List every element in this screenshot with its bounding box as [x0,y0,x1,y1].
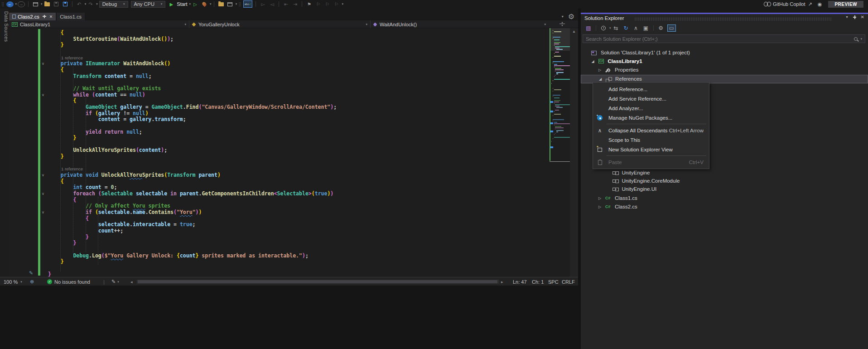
navigate-forward-icon[interactable]: → [18,1,25,7]
scroll-up-arrow[interactable]: ▲ [572,29,576,34]
expander-open-icon[interactable]: ◢ [599,77,602,81]
member-dropdown[interactable]: WaitAndUnlock() ▾ [371,20,549,28]
new-project-caret[interactable]: ▾ [41,2,43,6]
code-line: // Wait until gallery exists [48,86,546,92]
platform-dropdown[interactable]: Any CPU ▾ [131,1,166,8]
tree-item-class2-cs[interactable]: ▷C#Class2.cs [581,203,868,212]
toggle-bookmark-icon[interactable]: ⚑ [305,0,313,8]
clear-bookmarks-icon[interactable]: ⚐ [333,0,340,8]
split-editor-handle[interactable]: ▴▾ [559,21,565,27]
tree-item-properties[interactable]: ▷Properties [581,66,868,75]
spell-checker-toggle-icon[interactable]: abc✓ [243,0,253,8]
menu-item-add-reference[interactable]: Add Reference... [593,84,709,94]
navigate-back-caret[interactable]: ▾ [15,2,17,6]
line-indicator[interactable]: Ln: 47 [513,277,527,286]
tab-class1[interactable]: Class1.cs [57,13,85,20]
increase-indent-icon[interactable]: ⇥ [291,0,299,8]
minimap[interactable] [550,28,570,277]
column-indicator[interactable]: Ch: 1 [532,277,544,286]
minimap-line [553,95,561,96]
code-cleanup-icon[interactable]: ✎▾ [111,277,119,286]
fold-chevron-icon[interactable]: ∨ [42,210,44,214]
zoom-dropdown[interactable]: 100 % ▾ [4,277,22,286]
minimap-line [554,122,557,123]
comment-out-icon[interactable]: ▻ [259,0,266,8]
start-caret[interactable]: ▾ [189,2,191,6]
horizontal-scrollbar-thumb[interactable] [138,280,497,283]
expander-closed-icon[interactable]: ▷ [598,205,601,209]
toolbar-overflow-caret[interactable]: ▾ [342,2,343,6]
redo-caret[interactable]: ▾ [96,2,98,6]
expander-closed-icon[interactable]: ▷ [598,68,601,72]
scroll-left-arrow[interactable]: ◂ [130,277,133,286]
start-debug-icon[interactable]: ▶ [168,0,175,8]
expander-closed-icon[interactable]: ▷ [598,196,601,200]
horizontal-scrollbar[interactable] [137,280,499,284]
configuration-dropdown[interactable]: Debug ▾ [99,1,128,8]
scroll-right-arrow[interactable]: ▸ [501,277,503,286]
save-all-icon[interactable] [62,0,69,8]
share-icon[interactable]: ↗ [808,1,812,7]
start-without-debug-icon[interactable]: ▷ [192,0,199,8]
tree-item-unityengine-ui[interactable]: UnityEngine.UI [581,185,868,194]
menu-item-scope-to-this[interactable]: Scope to This [593,135,709,145]
next-bookmark-icon[interactable]: ⚐ [323,0,331,8]
fold-chevron-icon[interactable]: ∨ [42,173,44,177]
tree-item-unityengine-coremodule[interactable]: UnityEngine.CoreModule [581,177,868,186]
tab-list-caret[interactable]: ▾ [562,15,564,19]
encoding-indicator[interactable]: SPC [548,277,559,286]
data-sources-tab[interactable]: Data Sources [0,10,9,43]
preview-button[interactable]: PREVIEW [828,1,863,8]
fold-chevron-icon[interactable]: ∨ [42,62,44,66]
health-indicator[interactable]: ✓ No issues found [47,277,90,286]
toolbar-grip[interactable]: ⣿ [1,2,4,6]
previous-bookmark-icon[interactable]: ⚐ [314,0,322,8]
close-icon[interactable]: ✕ [49,15,53,19]
save-icon[interactable] [53,0,60,8]
fold-chevron-icon[interactable]: ∨ [42,93,44,97]
solution-window-icon[interactable] [227,0,234,8]
menu-item-new-solution-explorer-view[interactable]: New Solution Explorer View [593,145,709,154]
fold-chevron-icon[interactable]: ∨ [42,192,44,196]
undo-caret[interactable]: ▾ [85,2,87,6]
menu-item-add-service-reference[interactable]: Add Service Reference... [593,94,709,103]
undo-icon[interactable]: ↶ [76,0,83,8]
new-project-icon[interactable] [32,0,39,8]
code-content[interactable]: { StartCoroutine(WaitAndUnlock()); } 1 r… [48,30,546,277]
minimap-viewport[interactable] [550,28,570,51]
tree-item-solution-classlibrary1-1-of-1-project[interactable]: Solution 'ClassLibrary1' (1 of 1 project… [581,49,868,58]
hot-reload-icon[interactable] [201,0,208,8]
globe-icon[interactable]: ⊕ [30,277,34,286]
line-ending-indicator[interactable]: CRLF [562,277,575,286]
editor-options-gear-icon[interactable]: ⚙ [568,12,574,21]
toolbar-grip[interactable]: ⣿ [238,2,241,6]
tree-item-unityengine[interactable]: UnityEngine [581,169,868,178]
tree-item-label: ClassLibrary1 [608,58,642,64]
code-editor[interactable]: ∨∨∨∨∨ { StartCoroutine(WaitAndUnlock());… [9,28,550,277]
tree-item-class1-cs[interactable]: ▷C#Class1.cs [581,194,868,203]
pin-icon[interactable] [43,15,46,19]
navigate-back-icon[interactable]: ← [6,1,14,7]
codelens-label[interactable]: 1 reference [48,55,546,61]
tab-class2[interactable]: Class2.cs ✕ [9,13,56,20]
menu-item-add-analyzer[interactable]: Add Analyzer... [593,103,709,113]
uncomment-icon[interactable]: ◅ [268,0,275,8]
menu-item-manage-nuget-packages[interactable]: Manage NuGet Packages... [593,113,709,122]
solution-window-caret[interactable]: ▾ [236,2,237,6]
menu-item-collapse-all-descendants[interactable]: ∧Collapse All DescendantsCtrl+Left Arrow [593,126,709,135]
copilot-button[interactable]: GitHub Copilot [773,1,805,7]
expander-open-icon[interactable]: ◢ [592,59,594,63]
vertical-scrollbar[interactable]: ▲ [570,28,578,277]
project-dropdown[interactable]: C# ClassLibrary1 ▾ [9,20,189,28]
decrease-indent-icon[interactable]: ⇤ [282,0,289,8]
account-icon[interactable]: ◉ [818,1,822,7]
find-in-files-icon[interactable] [217,0,225,8]
copilot-icon[interactable] [764,2,771,6]
start-button[interactable]: Start [177,1,187,7]
codelens-label[interactable]: 1 reference [48,166,546,172]
open-file-icon[interactable] [43,0,51,8]
hot-reload-caret[interactable]: ▾ [210,2,212,6]
redo-icon[interactable]: ↷ [87,0,94,8]
type-dropdown[interactable]: YoruGalleryUnlock ▾ [189,20,371,28]
tree-item-classlibrary1[interactable]: ◢C#ClassLibrary1 [581,58,868,66]
